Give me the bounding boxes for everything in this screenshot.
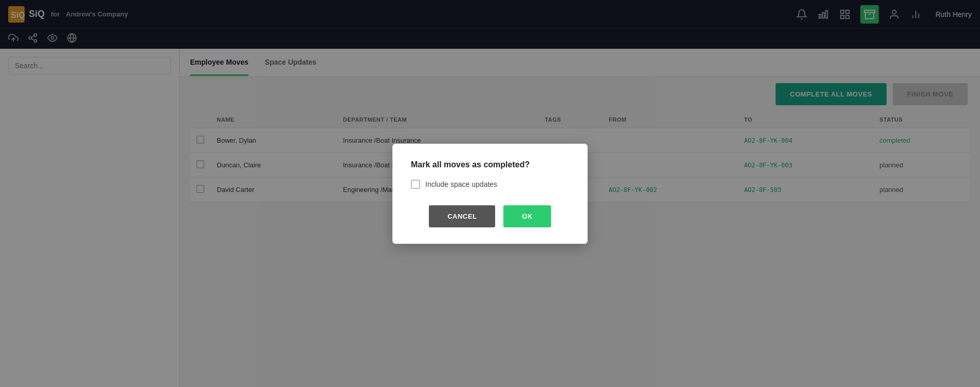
dialog-include-space-updates-checkbox[interactable] — [411, 180, 420, 189]
dialog-checkbox-label: Include space updates — [425, 180, 497, 188]
dialog-title: Mark all moves as completed? — [411, 160, 569, 169]
dialog: Mark all moves as completed? Include spa… — [392, 144, 588, 244]
dialog-checkbox-row: Include space updates — [411, 180, 569, 189]
cancel-button[interactable]: CANCEL — [429, 205, 495, 227]
dialog-buttons: CANCEL OK — [411, 205, 569, 227]
ok-button[interactable]: OK — [503, 205, 551, 227]
overlay: Mark all moves as completed? Include spa… — [0, 0, 980, 387]
